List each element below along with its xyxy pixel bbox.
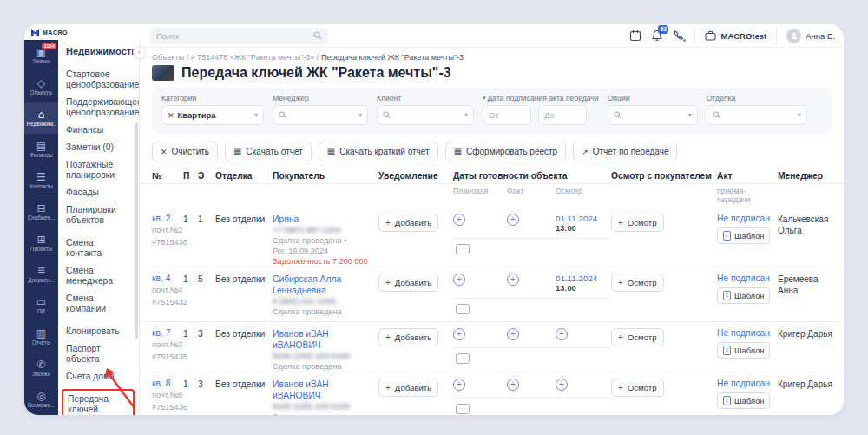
unit-link[interactable]: кв. 2 — [152, 214, 170, 223]
buyer-link[interactable]: Иванов иВАН иВАНОВИЧ — [273, 329, 329, 350]
rail-item-opportunities[interactable]: ◎ Возможн... — [24, 384, 58, 415]
menu-item-clone[interactable]: Клонировать — [66, 326, 131, 337]
menu-item-house-accounts[interactable]: Счета дома — [66, 372, 131, 382]
add-notification-button[interactable]: +Добавить — [378, 379, 438, 397]
table-header: № П Э Отделка Покупатель Уведомление Дат… — [140, 168, 844, 184]
bricks-icon: ⊞ — [36, 234, 45, 245]
act-date-to-input[interactable]: До — [538, 105, 587, 125]
download-report-button[interactable]: ▦Скачать отчет — [225, 142, 312, 161]
rail-item-supply[interactable]: ⊟ Снабжен... — [24, 196, 58, 227]
act-date-from-input[interactable]: От — [483, 105, 531, 125]
buyer-link[interactable]: Сибирская Алла Геннадьевна — [273, 274, 341, 295]
add-inspect-date-icon[interactable]: + — [556, 328, 568, 340]
mail-number: почт.№7 — [152, 339, 183, 350]
menu-item-start-pricing[interactable]: Стартовое ценообразование — [66, 69, 131, 90]
menu-item-floor-plans[interactable]: Поэтажные планировки — [66, 160, 131, 181]
client-filter[interactable]: ▾ — [377, 105, 474, 125]
comment-icon[interactable]: ··· — [456, 404, 470, 414]
act-status-link[interactable]: Не подписан — [717, 328, 770, 338]
menu-item-change-contact[interactable]: Смена контакта — [66, 238, 131, 259]
rail-item-contacts[interactable]: ☰ Контакты — [24, 165, 58, 196]
plus-icon: + — [385, 218, 391, 227]
calendar-icon[interactable] — [629, 30, 641, 42]
mail-number: почт.№8 — [152, 390, 183, 400]
user-menu[interactable]: Анна Е. — [786, 29, 835, 43]
category-filter[interactable]: ✕ Квартира ▾ — [161, 105, 264, 125]
unit-link[interactable]: кв. 7 — [152, 328, 170, 338]
menu-item-object-passport[interactable]: Паспорт объекта — [66, 344, 131, 365]
template-button[interactable]: ≡Шаблон — [717, 227, 770, 244]
manager-filter[interactable]: ▾ — [273, 105, 368, 125]
rail-item-documents[interactable]: ≣ Докумен... — [24, 259, 58, 290]
rail-item-finance[interactable]: ▤ Финансы — [24, 134, 58, 165]
add-fact-date-icon[interactable]: + — [507, 214, 519, 226]
options-filter[interactable]: ▾ — [608, 105, 698, 125]
menu-item-change-company[interactable]: Смена компании — [66, 293, 131, 314]
complex-photo-thumbnail[interactable] — [152, 65, 174, 81]
notifications-bell-icon[interactable]: 53 — [651, 30, 663, 42]
chevron-down-icon[interactable]: ▾ — [483, 95, 486, 102]
transfer-report-button[interactable]: ↗Отчет по передаче — [573, 142, 677, 161]
add-planned-date-icon[interactable]: + — [453, 328, 465, 340]
add-notification-button[interactable]: +Добавить — [378, 274, 438, 292]
rail-item-requests[interactable]: ▣ Заявки 1154 — [24, 40, 58, 71]
menu-item-object-plans[interactable]: Планировки объектов — [66, 205, 131, 226]
template-button[interactable]: ≡Шаблон — [717, 392, 770, 409]
buyer-link[interactable]: Иванов иВАН иВАНОВИЧ — [273, 379, 329, 400]
add-planned-date-icon[interactable]: + — [453, 274, 465, 286]
global-search-input[interactable]: Поиск — [150, 28, 328, 44]
menu-item-key-handover[interactable]: Передача ключей — [62, 389, 135, 415]
unit-link[interactable]: кв. 4 — [152, 274, 170, 283]
company-switcher[interactable]: MACROtest — [705, 30, 766, 41]
inspection-button[interactable]: +Осмотр — [611, 328, 664, 346]
menu-item-support-pricing[interactable]: Поддерживающее ценообразование — [66, 97, 131, 118]
realty-icon: ⌂ — [38, 109, 45, 120]
add-planned-date-icon[interactable]: + — [453, 214, 465, 226]
template-button[interactable]: ≡Шаблон — [717, 287, 770, 304]
add-planned-date-icon[interactable]: + — [453, 379, 465, 391]
rail-item-pi[interactable]: ▭ ПИ — [24, 290, 58, 321]
inspect-date-link[interactable]: 01.11.2024 — [556, 214, 611, 223]
inspection-button[interactable]: +Осмотр — [611, 379, 664, 397]
add-fact-date-icon[interactable]: + — [507, 274, 519, 286]
generate-registry-button[interactable]: ▦Сформировать реестр — [445, 142, 567, 161]
unit-link[interactable]: кв. 8 — [152, 379, 170, 388]
clear-filters-button[interactable]: ✕Очистить — [152, 142, 218, 161]
manager-filter-label: Менеджер — [273, 94, 368, 102]
breadcrumb-objects[interactable]: Объекты — [152, 53, 184, 62]
comment-icon[interactable]: ··· — [456, 304, 470, 314]
act-status-link[interactable]: Не подписан — [717, 379, 770, 388]
rail-item-calls[interactable]: ✆ Звонки — [24, 353, 58, 384]
menu-item-notes[interactable]: Заметки (0) — [66, 142, 131, 153]
act-status-link[interactable]: Не подписан — [717, 274, 770, 283]
comment-icon[interactable]: ··· — [456, 244, 470, 254]
menu-item-change-manager[interactable]: Смена менеджера — [66, 266, 131, 287]
inspect-date-link[interactable]: 01.11.2024 — [556, 274, 611, 283]
add-fact-date-icon[interactable]: + — [507, 379, 519, 391]
rail-item-objects[interactable]: ◇ Объекты — [24, 71, 58, 102]
inspection-button[interactable]: +Осмотр — [611, 214, 664, 232]
menu-item-facades[interactable]: Фасады — [66, 188, 131, 198]
download-short-report-button[interactable]: ▦Скачать краткий отчет — [319, 142, 438, 161]
excel-file-icon: ▦ — [233, 147, 241, 156]
rail-item-reports[interactable]: ▥ Отчёты — [24, 321, 58, 353]
calls-phone-icon[interactable] — [673, 30, 685, 42]
add-inspect-date-icon[interactable]: + — [556, 379, 568, 391]
finish-filter[interactable]: ▾ — [707, 105, 807, 125]
comment-icon[interactable]: ··· — [456, 353, 470, 364]
logo[interactable]: MACRO — [24, 24, 140, 40]
remove-category-icon[interactable]: ✕ — [168, 111, 174, 120]
deal-status: Сделка проведена • — [273, 235, 373, 246]
add-fact-date-icon[interactable]: + — [507, 328, 519, 340]
rail-item-realty[interactable]: ⌂ Недвижим.. — [24, 102, 58, 134]
buyer-link[interactable]: Ирина — [273, 214, 299, 224]
menu-item-finance[interactable]: Финансы — [66, 125, 131, 135]
add-notification-button[interactable]: +Добавить — [378, 214, 438, 232]
rail-item-projects[interactable]: ⊞ Проекты — [24, 227, 58, 259]
breadcrumb-complex[interactable]: # 7514478 «ЖК "Ракета мечты"-3» — [191, 53, 315, 62]
collapse-menu-button[interactable]: ‹ — [133, 46, 146, 59]
add-notification-button[interactable]: +Добавить — [378, 328, 438, 346]
template-button[interactable]: ≡Шаблон — [717, 342, 770, 359]
inspection-button[interactable]: +Осмотр — [611, 274, 664, 292]
act-status-link[interactable]: Не подписан — [717, 214, 770, 223]
